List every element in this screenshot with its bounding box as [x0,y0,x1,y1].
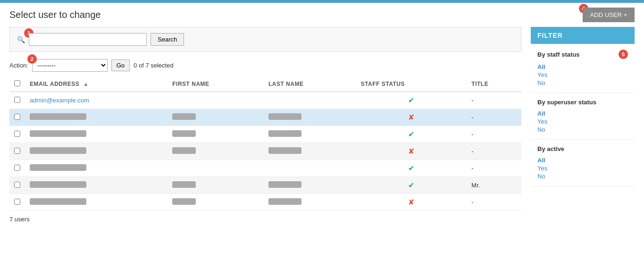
header-area: Select user to change 4 ADD USER + [0,3,644,27]
col-first-name: FIRST NAME [167,76,264,92]
filter-option-0-0[interactable]: All [537,63,628,71]
row-email[interactable] [25,194,167,211]
filter-section-0: By staff status5AllYesNo [531,44,635,93]
search-button[interactable]: Search [151,33,184,46]
row-first-name [167,126,264,143]
filter-title-text-1: By superuser status [537,99,596,106]
filter-section-title-1: By superuser status [537,99,628,106]
filter-option-1-0[interactable]: All [537,109,628,118]
select-all-col [9,76,25,92]
search-input[interactable] [29,33,147,46]
filter-section-title-2: By active [537,145,628,152]
footer-count: 7 users [9,211,521,227]
row-title: Mr. [467,177,521,194]
row-staff-status: ✘ [356,143,467,160]
table-row: ✘- [9,109,521,126]
table-row: ✘- [9,194,521,211]
row-email[interactable]: admin@example.com [25,92,167,109]
row-checkbox[interactable] [14,182,20,188]
row-staff-status: ✘ [356,109,467,126]
row-staff-status: ✔ [356,126,467,143]
table-row: ✘- [9,143,521,160]
col-first-name-label: FIRST NAME [172,81,209,87]
col-email-label: EMAIL ADDRESS [30,81,79,87]
action-select[interactable]: --------- Delete selected users [32,59,108,72]
row-title: - [467,126,521,143]
filter-option-1-1[interactable]: Yes [537,118,628,126]
filter-option-0-2[interactable]: No [537,79,628,87]
row-last-name [264,92,356,109]
search-input-wrap: 1 [29,33,147,46]
status-true-icon: ✔ [408,130,414,138]
col-title: TITLE [467,76,521,92]
table-header-row: EMAIL ADDRESS ▲ FIRST NAME LAST NAME STA… [9,76,521,92]
filter-option-2-1[interactable]: Yes [537,164,628,172]
col-email[interactable]: EMAIL ADDRESS ▲ [25,76,167,92]
row-last-name [264,109,356,126]
table-row: ✔Mr. [9,177,521,194]
status-false-icon: ✘ [408,198,414,206]
row-last-name [264,160,356,177]
go-button[interactable]: Go [111,59,130,71]
row-checkbox[interactable] [14,97,20,103]
row-first-name [167,160,264,177]
row-first-name [167,143,264,160]
row-first-name [167,194,264,211]
filter-section-badge-0: 5 [619,50,628,59]
row-checkbox[interactable] [14,148,20,154]
filter-header: FILTER [531,27,635,44]
col-staff-status-label: STAFF STATUS [361,81,405,87]
row-staff-status: ✔ [356,160,467,177]
action-select-wrap: 2 --------- Delete selected users [32,59,108,72]
action-label: Action: [9,62,28,69]
row-email[interactable] [25,177,167,194]
filter-section-title-0: By staff status5 [537,50,628,59]
action-select-badge: 2 [27,54,37,64]
row-title: - [467,92,521,109]
row-email[interactable] [25,126,167,143]
status-true-icon: ✔ [408,181,414,189]
users-table: EMAIL ADDRESS ▲ FIRST NAME LAST NAME STA… [9,76,521,211]
search-icon: 🔍 [17,36,25,43]
row-checkbox[interactable] [14,199,20,205]
row-staff-status: ✔ [356,177,467,194]
select-all-checkbox[interactable] [14,80,20,86]
row-first-name [167,92,264,109]
row-title: - [467,109,521,126]
row-checkbox[interactable] [14,131,20,137]
row-title: - [467,194,521,211]
filter-option-0-1[interactable]: Yes [537,71,628,79]
row-first-name [167,109,264,126]
table-row: admin@example.com✔- [9,92,521,109]
row-email[interactable] [25,143,167,160]
content-area: 🔍 1 Search Action: 2 --------- Delete se… [9,27,521,227]
search-bar: 🔍 1 Search [9,27,521,52]
sort-arrow-icon: ▲ [83,81,89,87]
filter-section-1: By superuser statusAllYesNo [531,93,635,140]
row-last-name [264,126,356,143]
row-staff-status: ✘ [356,194,467,211]
add-user-button[interactable]: ADD USER + [583,8,635,22]
action-bar: Action: 2 --------- Delete selected user… [9,59,521,72]
filter-section-2: By activeAllYesNo [531,140,635,186]
col-staff-status: STAFF STATUS [356,76,467,92]
row-last-name [264,194,356,211]
main-container: 🔍 1 Search Action: 2 --------- Delete se… [0,27,644,227]
status-false-icon: ✘ [408,113,414,121]
row-staff-status: ✔ [356,92,467,109]
filter-title-text-0: By staff status [537,51,580,58]
sidebar: FILTER By staff status5AllYesNoBy superu… [531,27,635,227]
row-title: - [467,143,521,160]
table-row: ✔- [9,126,521,143]
row-email[interactable] [25,109,167,126]
row-last-name [264,177,356,194]
status-false-icon: ✘ [408,147,414,155]
filter-option-1-2[interactable]: No [537,126,628,134]
row-email[interactable] [25,160,167,177]
row-checkbox[interactable] [14,165,20,171]
filter-option-2-0[interactable]: All [537,156,628,164]
row-checkbox[interactable] [14,114,20,120]
filter-option-2-2[interactable]: No [537,172,628,180]
row-last-name [264,143,356,160]
col-last-name: LAST NAME [264,76,356,92]
